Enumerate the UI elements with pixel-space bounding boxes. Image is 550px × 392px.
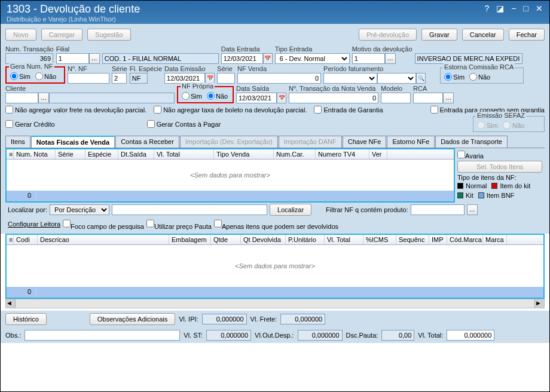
estorna-nao-radio[interactable]: Não — [469, 73, 490, 81]
emissao-sefaz-group: Emissão SEFAZ Sim Não — [473, 116, 545, 132]
no-trans-venda-input[interactable] — [289, 93, 378, 103]
tipo-entrada-select[interactable]: 6 - Dev. Normal — [275, 53, 350, 64]
dsc-pauta-input[interactable] — [381, 330, 414, 341]
no-nf-input[interactable] — [68, 73, 109, 84]
tab-dados-transporte[interactable]: Dados de Transporte — [435, 136, 508, 148]
nf-propria-sim-radio[interactable]: Sim — [182, 92, 202, 100]
grid-notas-empty: <Sem dados para mostrar> — [7, 160, 454, 191]
sel-todos-button[interactable]: Sel. Todos Itens — [457, 161, 542, 173]
grid-itens[interactable]: ≡ Codi Descricao Embalagem Qtde Qt Devol… — [5, 234, 545, 299]
chk-gerar-contas[interactable]: Gerar Contas à Pagar — [147, 120, 221, 128]
serie-input[interactable] — [112, 73, 127, 84]
estorna-sim-radio[interactable]: Sim — [444, 73, 465, 81]
tab-contas-receber[interactable]: Contas a Receber — [115, 136, 179, 148]
periodo-fat-from[interactable] — [323, 73, 377, 84]
grid-notas[interactable]: ≡ Num. Nota Série Espécie Dt.Saída Vl. T… — [5, 148, 455, 203]
cliente-browse-button[interactable]: … — [38, 93, 49, 103]
filial-desc — [102, 53, 219, 64]
edit-icon[interactable]: ◪ — [494, 4, 506, 13]
search-icon[interactable]: 🔍 — [416, 73, 426, 84]
chk-preco-pauta[interactable]: Utilizar preço Pauta — [146, 218, 212, 230]
serie2-label: Série — [217, 65, 235, 72]
data-saida-label: Data Saída — [236, 85, 286, 92]
tab-notas-fiscais[interactable]: Notas Fiscais de Venda — [31, 136, 115, 148]
motivo-browse-button[interactable]: … — [385, 53, 396, 64]
chk-avaria[interactable]: Avaria — [457, 152, 484, 160]
cliente-input[interactable] — [5, 93, 38, 103]
carregar-button[interactable]: Carregar — [41, 29, 82, 41]
localizar-input[interactable] — [112, 204, 267, 215]
modelo-input[interactable] — [381, 93, 411, 103]
filtrar-produto-input[interactable] — [411, 204, 465, 215]
modelo-label: Modelo — [381, 85, 411, 92]
historico-button[interactable]: Histórico — [5, 313, 47, 325]
obs-input[interactable] — [25, 330, 180, 341]
tipo-entrada-label: Tipo Entrada — [275, 45, 350, 53]
sugestao-button[interactable]: Sugestão — [87, 29, 130, 41]
chk-apenas-devolv[interactable]: Apenas itens que podem ser devolvidos — [214, 218, 338, 230]
especie-input[interactable] — [130, 73, 148, 84]
tab-chave-nfe[interactable]: Chave NFe — [343, 136, 387, 148]
tab-estorno-nfe[interactable]: Estorno NFe — [387, 136, 435, 148]
periodo-fat-to[interactable] — [377, 73, 416, 84]
pre-devolucao-button[interactable]: Pré-devolução — [359, 29, 417, 41]
data-entrada-input[interactable] — [221, 53, 263, 64]
periodo-fat-label: Período faturamento — [323, 65, 426, 72]
filtrar-browse-button[interactable]: … — [467, 204, 478, 215]
sefaz-sim-radio: Sim — [477, 121, 498, 129]
obs-adicionais-button[interactable]: Observações Adicionais — [90, 313, 175, 325]
chk-gerar-credito[interactable]: Gerar Crédito — [5, 120, 55, 128]
gera-nf-nao-radio[interactable]: Não — [35, 72, 56, 80]
filial-input[interactable] — [56, 53, 89, 64]
h-scrollbar[interactable]: ◄► — [5, 299, 545, 308]
no-trans-venda-label: Nº. Transação da Nota Venda — [289, 85, 378, 92]
chk-frete[interactable]: Não agregar valor frete na devolução par… — [5, 106, 146, 114]
minimize-icon[interactable]: − — [509, 4, 518, 13]
grid-itens-empty: <Sem dados para mostrar> — [7, 245, 543, 287]
vl-out-input[interactable] — [298, 330, 343, 341]
rca-input[interactable] — [413, 93, 443, 103]
gera-nf-sim-radio[interactable]: Sim — [10, 72, 30, 80]
rca-browse-button[interactable]: … — [443, 93, 454, 103]
serie2-input[interactable] — [217, 73, 235, 84]
vl-frete-input[interactable] — [280, 314, 325, 324]
maximize-icon[interactable]: □ — [521, 4, 531, 13]
motivo-label: Motivo da devolução — [352, 45, 412, 53]
rca-label: RCA — [413, 85, 454, 92]
localizar-por-select[interactable]: Por Descrição — [50, 204, 109, 215]
chk-foco[interactable]: Foco campo de pesquisa — [63, 218, 144, 230]
chk-garantia[interactable]: Entrada de Garantia — [314, 106, 383, 114]
window-title: 1303 - Devolução de cliente — [7, 3, 543, 16]
vl-st-input[interactable] — [206, 330, 251, 341]
toolbar: Novo Carregar Sugestão Pré-devolução Gra… — [1, 24, 549, 45]
fechar-button[interactable]: Fechar — [509, 29, 545, 41]
motivo-input[interactable] — [352, 53, 385, 64]
calendar-icon[interactable]: 📅 — [277, 93, 286, 103]
gravar-button[interactable]: Gravar — [421, 29, 457, 41]
tab-importacao-exp[interactable]: Importação (Dev. Exportação) — [180, 136, 278, 148]
tab-itens[interactable]: Itens — [5, 136, 30, 148]
nf-propria-nao-radio[interactable]: Não — [207, 92, 228, 100]
help-icon[interactable]: ? — [482, 4, 492, 13]
tab-importacao-danf[interactable]: Importação DANF — [279, 136, 342, 148]
novo-button[interactable]: Novo — [5, 29, 36, 41]
search-row: Localizar por: Por Descrição Localizar F… — [5, 203, 545, 217]
fl-especie-label: Fl. Espécie — [130, 65, 162, 72]
chk-boleto[interactable]: Não agregar taxa de boleto na devolução … — [154, 106, 307, 114]
filial-browse-button[interactable]: … — [89, 53, 100, 64]
config-leitora-link[interactable]: Configurar Leitora — [8, 220, 60, 228]
close-icon[interactable]: ✕ — [533, 4, 545, 13]
form-area: Num. Transação Filial … Data Entrada 📅 T… — [1, 45, 549, 234]
cancelar-button[interactable]: Cancelar — [462, 29, 504, 41]
data-entrada-label: Data Entrada — [221, 45, 273, 53]
vl-ipi-input[interactable] — [202, 314, 247, 324]
data-saida-input[interactable] — [236, 93, 277, 103]
vl-total-input[interactable] — [447, 330, 494, 341]
tabs: Itens Notas Fiscais de Venda Contas a Re… — [5, 136, 545, 148]
localizar-button[interactable]: Localizar — [270, 204, 311, 216]
motivo-desc — [415, 53, 522, 64]
no-nf-label: Nº. NF — [68, 65, 109, 72]
filial-label: Filial — [56, 45, 100, 53]
calendar-icon[interactable]: 📅 — [263, 53, 273, 64]
nf-venda-input[interactable] — [237, 73, 321, 84]
